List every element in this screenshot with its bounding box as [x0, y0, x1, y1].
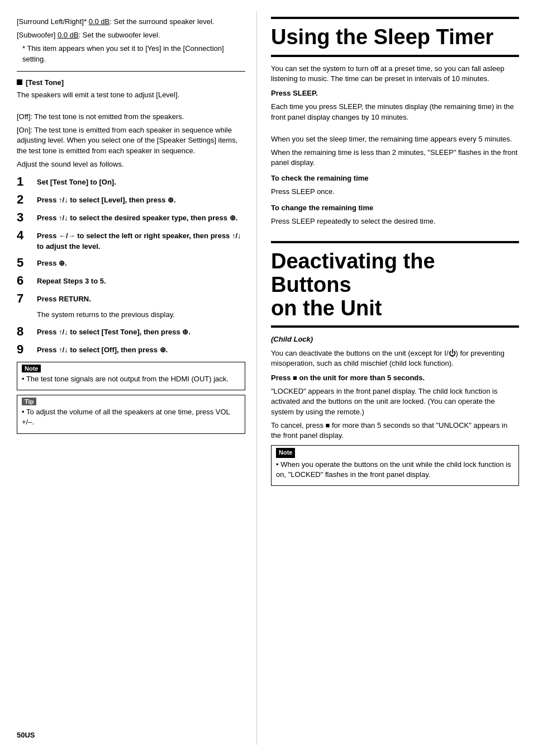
step-7: 7 Press RETURN.: [17, 292, 245, 305]
step-6: 6 Repeat Steps 3 to 5.: [17, 274, 245, 287]
change-remaining-title: To change the remaining time: [271, 203, 519, 213]
page-number-area: 50US: [17, 438, 245, 455]
step-4: 4 Press ←/→ to select the left or right …: [17, 229, 245, 251]
test-tone-on: [On]: The test tone is emitted from each…: [17, 125, 245, 156]
section2-desc1: You can deactivate the buttons on the un…: [271, 348, 519, 368]
surround-db: 0.0 dB: [89, 17, 110, 26]
section1-top-line: [271, 17, 519, 19]
step-3: 3 Press ↑/↓ to select the desired speake…: [17, 211, 245, 224]
adjust-text: Adjust the sound level as follows.: [17, 159, 245, 169]
step-9-num: 9: [17, 343, 32, 356]
section1-desc4: When the remaining time is less than 2 m…: [271, 148, 519, 168]
asterisk-note: * This item appears when you set it to […: [17, 44, 245, 64]
step-list: 1 Set [Test Tone] to [On]. 2 Press ↑/↓ t…: [17, 175, 245, 356]
step-3-text: Press ↑/↓ to select the desired speaker …: [37, 211, 237, 223]
tip-box: Tip • To adjust the volume of all the sp…: [17, 395, 245, 433]
step-1: 1 Set [Test Tone] to [On].: [17, 175, 245, 188]
step-7-text: Press RETURN.: [37, 292, 91, 304]
surround-rest: : Set the surround speaker level.: [110, 17, 214, 26]
test-tone-off: [Off]: The test tone is not emitted from…: [17, 112, 245, 122]
press-stop-heading: Press ■ on the unit for more than 5 seco…: [271, 373, 519, 383]
step-8: 8 Press ↑/↓ to select [Test Tone], then …: [17, 325, 245, 338]
subwoofer-rest: : Set the subwoofer level.: [79, 31, 160, 39]
note-label: Note: [22, 365, 41, 372]
step-4-text: Press ←/→ to select the left or right sp…: [37, 229, 245, 251]
section2-note-box: Note • When you operate the buttons on t…: [271, 445, 519, 486]
step-4-num: 4: [17, 229, 32, 242]
step-5-text: Press ⊕.: [37, 256, 67, 268]
section1-desc1: You can set the system to turn off at a …: [271, 64, 519, 84]
step-2-text: Press ↑/↓ to select [Level], then press …: [37, 193, 176, 205]
step-9: 9 Press ↑/↓ to select [Off], then press …: [17, 343, 245, 356]
section1-desc3: When you set the sleep timer, the remain…: [271, 134, 519, 144]
subwoofer-label: [Subwoofer]: [17, 31, 58, 39]
section2-note-label: Note: [276, 448, 295, 457]
step-2: 2 Press ↑/↓ to select [Level], then pres…: [17, 193, 245, 206]
step-3-num: 3: [17, 211, 32, 224]
section2-desc2: "LOCKED" appears in the front panel disp…: [271, 386, 519, 417]
tip-label: Tip: [22, 398, 36, 405]
check-remaining-title: To check the remaining time: [271, 173, 519, 183]
step-7-subtext: The system returns to the previous displ…: [37, 310, 245, 320]
surround-label: [Surround Left/Right]*: [17, 17, 89, 26]
black-square-icon: [17, 79, 22, 85]
section2-title-line1: Deactivating the Buttons: [271, 249, 435, 296]
step-1-text: Set [Test Tone] to [On].: [37, 175, 116, 187]
subwoofer-para: [Subwoofer] 0.0 dB: Set the subwoofer le…: [17, 30, 245, 40]
step-1-num: 1: [17, 175, 32, 188]
note-text: • The test tone signals are not output f…: [22, 374, 240, 384]
left-column: [Surround Left/Right]* 0.0 dB: Set the s…: [0, 11, 257, 745]
section1-bottom-line: [271, 55, 519, 57]
step-6-text: Repeat Steps 3 to 5.: [37, 274, 106, 286]
section2-top-line: [271, 241, 519, 243]
tip-text: • To adjust the volume of all the speake…: [22, 407, 240, 427]
spacer1: [271, 230, 519, 241]
step-5: 5 Press ⊕.: [17, 256, 245, 270]
surround-para: [Surround Left/Right]* 0.0 dB: Set the s…: [17, 17, 245, 27]
section2-desc3: To cancel, press ■ for more than 5 secon…: [271, 420, 519, 441]
page-number: 50US: [17, 731, 35, 739]
section2-note-text: • When you operate the buttons on the un…: [276, 460, 514, 480]
section2-title-line2: on the Unit: [271, 296, 382, 320]
section1-title: Using the Sleep Timer: [271, 26, 519, 49]
step-2-num: 2: [17, 193, 32, 206]
test-tone-label: [Test Tone]: [26, 78, 64, 87]
page: [Surround Left/Right]* 0.0 dB: Set the s…: [0, 0, 533, 756]
check-remaining-text: Press SLEEP once.: [271, 187, 519, 197]
section1-desc2: Each time you press SLEEP, the minutes d…: [271, 102, 519, 122]
right-column: Using the Sleep Timer You can set the sy…: [257, 11, 533, 745]
change-remaining-text: Press SLEEP repeatedly to select the des…: [271, 216, 519, 226]
section2-title: Deactivating the Buttons on the Unit: [271, 250, 519, 320]
test-tone-desc1: The speakers will emit a test tone to ad…: [17, 90, 245, 100]
test-tone-header: [Test Tone]: [17, 78, 245, 87]
child-lock-italic: (Child Lock): [271, 334, 519, 344]
press-sleep-heading: Press SLEEP.: [271, 88, 519, 98]
subwoofer-db: 0.0 dB: [58, 31, 79, 39]
section2-bottom-line: [271, 325, 519, 328]
step-7-num: 7: [17, 292, 32, 305]
step-8-text: Press ↑/↓ to select [Test Tone], then pr…: [37, 325, 191, 337]
step-9-text: Press ↑/↓ to select [Off], then press ⊕.: [37, 343, 168, 355]
step-5-num: 5: [17, 256, 32, 270]
divider: [17, 71, 245, 72]
note-box: Note • The test tone signals are not out…: [17, 362, 245, 390]
step-8-num: 8: [17, 325, 32, 338]
step-6-num: 6: [17, 274, 32, 287]
